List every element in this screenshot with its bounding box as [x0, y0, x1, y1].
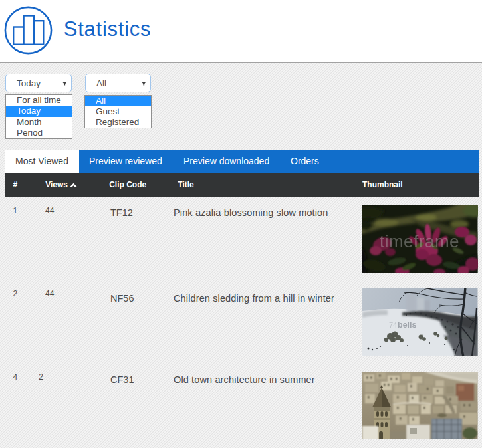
visitor-options-list: All Guest Registered [84, 95, 152, 129]
visitor-option-registered[interactable]: Registered [85, 117, 151, 128]
tab-preview-reviewed[interactable]: Preview reviewed [89, 150, 162, 173]
period-option-month[interactable]: Month [6, 117, 72, 128]
cell-num: 2 [13, 289, 17, 298]
cell-clip-code: TF12 [110, 207, 133, 218]
table-row: 1 44 TF12 Pink azalia blossoming slow mo… [5, 197, 479, 280]
column-header-views[interactable]: Views [45, 180, 68, 189]
cell-num: 4 [13, 372, 17, 382]
visitor-option-all[interactable]: All [85, 96, 151, 106]
cell-clip-code: NF56 [110, 293, 134, 304]
cell-clip-code: CF31 [110, 374, 134, 385]
page-title: Statistics [64, 17, 152, 41]
statistics-page: Statistics Today For all time Today Mont… [0, 0, 482, 448]
cell-title: Children sledding from a hill in winter [174, 293, 334, 304]
page-header: Statistics [0, 0, 482, 63]
visitor-select-value: All [96, 78, 106, 88]
thumbnail-old-town[interactable] [362, 372, 478, 440]
column-header-title[interactable]: Title [178, 180, 193, 189]
column-header-num[interactable]: # [13, 180, 17, 189]
cell-views: 44 [45, 289, 54, 298]
cell-title: Old town architecture in summer [174, 374, 315, 385]
column-header-thumbnail[interactable]: Thumbnail [362, 180, 403, 189]
tab-bar: Most Viewed Preview reviewed Preview dow… [5, 150, 479, 173]
sort-ascending-chevron-up-icon[interactable] [69, 183, 78, 187]
tab-orders[interactable]: Orders [291, 150, 319, 173]
thumbnail-winter-sledding[interactable]: bells 74 [362, 288, 478, 357]
svg-text:bells: bells [398, 320, 417, 330]
tab-preview-downloaded[interactable]: Preview downloaded [183, 150, 269, 173]
svg-text:timeframe: timeframe [380, 231, 459, 251]
cell-title: Pink azalia blossoming slow motion [174, 207, 328, 218]
period-option-today[interactable]: Today [6, 106, 72, 116]
tab-most-viewed[interactable]: Most Viewed [5, 150, 79, 173]
thumbnail-pink-azalea[interactable]: timeframe [362, 205, 478, 274]
table-row: 4 2 CF31 Old town architecture in summer [5, 364, 479, 447]
period-option-for-all-time[interactable]: For all time [6, 95, 72, 106]
table-row: 2 44 NF56 Children sledding from a hill … [5, 280, 479, 364]
visitor-select[interactable]: All [85, 74, 151, 92]
visitor-option-guest[interactable]: Guest [85, 106, 151, 117]
svg-text:74: 74 [389, 321, 397, 329]
period-option-period[interactable]: Period [6, 128, 72, 138]
period-select[interactable]: Today [5, 74, 72, 92]
table-header: # Views Clip Code Title Thumbnail [5, 173, 479, 197]
cell-views: 44 [45, 206, 54, 215]
bar-chart-circle-icon [4, 6, 53, 55]
column-header-clip-code[interactable]: Clip Code [109, 180, 146, 189]
select-caret-down-icon [142, 82, 146, 86]
select-caret-down-icon [62, 82, 67, 86]
period-select-value: Today [17, 78, 41, 88]
cell-views: 2 [39, 372, 43, 382]
period-options-list: For all time Today Month Period [5, 94, 72, 139]
cell-num: 1 [13, 206, 17, 215]
